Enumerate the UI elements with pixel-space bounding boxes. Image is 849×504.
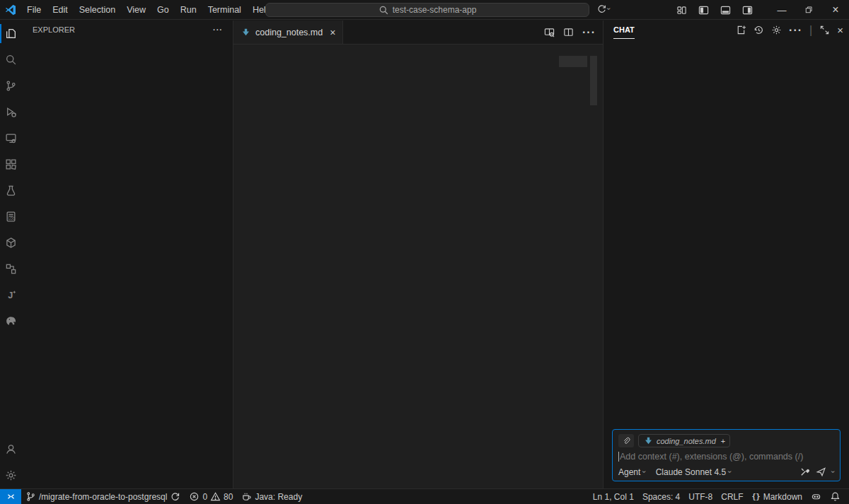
editor-actions: ··· xyxy=(544,20,603,44)
panel-bottom-icon[interactable] xyxy=(720,5,731,16)
chevron-down-icon: › xyxy=(726,471,734,473)
eol-sequence[interactable]: CRLF xyxy=(717,489,747,504)
breadcrumb xyxy=(233,45,603,56)
vscode-logo-icon xyxy=(0,4,21,16)
minimize-button[interactable]: — xyxy=(768,0,795,20)
chat-tab[interactable]: CHAT xyxy=(613,22,635,39)
send-options-chevron-icon[interactable]: › xyxy=(829,471,837,473)
warnings-icon xyxy=(210,491,221,502)
menu-run[interactable]: Run xyxy=(175,3,202,17)
add-context-icon[interactable]: + xyxy=(721,437,725,445)
svg-text:LOG: LOG xyxy=(8,217,15,221)
indentation[interactable]: Spaces: 4 xyxy=(638,489,684,504)
chat-header: CHAT ··· | × xyxy=(603,20,849,40)
command-center-search[interactable]: test-case-schema-app xyxy=(265,3,589,17)
activity-run-debug[interactable] xyxy=(0,99,21,125)
activity-search[interactable] xyxy=(0,47,21,73)
activity-bar: LOGJ xyxy=(0,20,21,488)
window-controls: — × xyxy=(676,0,849,20)
remote-indicator[interactable] xyxy=(0,489,21,504)
chat-text-input[interactable]: Add context (#), extensions (@), command… xyxy=(618,452,834,462)
cursor-position[interactable]: Ln 1, Col 1 xyxy=(589,489,638,504)
problems-status[interactable]: 0 80 xyxy=(185,489,237,504)
menu-selection[interactable]: Selection xyxy=(74,3,121,17)
activity-extensions[interactable] xyxy=(0,151,21,177)
chat-settings-gear-icon[interactable] xyxy=(771,25,782,35)
tools-icon[interactable] xyxy=(799,467,810,477)
encoding[interactable]: UTF-8 xyxy=(684,489,717,504)
menu-terminal[interactable]: Terminal xyxy=(202,3,247,17)
notifications[interactable] xyxy=(826,489,845,504)
activity-explorer[interactable] xyxy=(0,20,21,47)
chat-actions: ··· | × xyxy=(736,24,843,37)
menu-go[interactable]: Go xyxy=(151,3,175,17)
panel-left-icon[interactable] xyxy=(698,5,709,16)
copilot-status[interactable] xyxy=(807,489,826,504)
status-bar-right: Ln 1, Col 1 Spaces: 4 UTF-8 CRLF {} Mark… xyxy=(589,489,849,504)
braces-icon: {} xyxy=(752,493,761,500)
chevron-down-icon: › xyxy=(641,471,649,473)
coffee-icon xyxy=(241,491,252,502)
open-preview-icon[interactable] xyxy=(544,27,555,37)
activity-containers[interactable] xyxy=(0,230,21,256)
search-icon xyxy=(5,54,17,66)
bell-icon xyxy=(830,491,841,502)
chat-panel: CHAT ··· | × coding_notes.md + xyxy=(603,20,849,488)
tab-label: coding_notes.md xyxy=(255,28,323,37)
explorer-header: EXPLORER ··· xyxy=(21,20,233,39)
explorer-more-actions-icon[interactable]: ··· xyxy=(213,25,223,34)
agent-mode-dropdown[interactable]: Agent › xyxy=(618,467,646,477)
search-value: test-case-schema-app xyxy=(393,5,477,15)
context-chip-label: coding_notes.md xyxy=(657,437,716,445)
editor-scrollbar[interactable] xyxy=(587,56,603,488)
tab-close-icon[interactable]: × xyxy=(330,27,335,38)
menu-file[interactable]: File xyxy=(21,3,47,17)
close-window-button[interactable]: × xyxy=(822,0,849,20)
resources-icon xyxy=(5,263,17,275)
split-editor-icon[interactable] xyxy=(563,27,574,37)
remote-explorer-icon xyxy=(5,132,17,144)
activity-source-control[interactable] xyxy=(0,73,21,99)
java-copilot-icon: J xyxy=(5,289,17,301)
activity-java-copilot[interactable]: J xyxy=(0,282,21,308)
model-picker-dropdown[interactable]: Claude Sonnet 4.5 › xyxy=(656,467,732,477)
git-branch-status[interactable]: /migrate-from-oracle-to-postgresql xyxy=(21,489,185,504)
activity-testing[interactable] xyxy=(0,177,21,204)
activity-postgresql[interactable] xyxy=(0,308,21,334)
chat-input-box[interactable]: coding_notes.md + Add context (#), exten… xyxy=(612,429,841,481)
run-debug-icon xyxy=(5,106,17,118)
layout-grid-icon[interactable] xyxy=(676,5,687,16)
new-chat-icon[interactable] xyxy=(736,25,746,35)
activity-output-log[interactable]: LOG xyxy=(0,204,21,230)
minimap-slider[interactable] xyxy=(559,56,587,67)
errors-icon xyxy=(189,491,200,502)
restore-button[interactable] xyxy=(795,0,822,20)
activity-accounts[interactable] xyxy=(0,436,21,462)
copilot-icon xyxy=(811,491,821,502)
session-sync-button[interactable]: › xyxy=(596,4,610,14)
panel-right-icon[interactable] xyxy=(742,5,753,16)
editor-tab-bar: coding_notes.md × ··· xyxy=(233,20,603,45)
activity-remote-explorer[interactable] xyxy=(0,125,21,151)
chat-history-icon[interactable] xyxy=(753,25,764,35)
activity-resources[interactable] xyxy=(0,256,21,282)
activity-settings[interactable] xyxy=(0,462,21,488)
search-icon xyxy=(379,5,389,16)
context-chip[interactable]: coding_notes.md + xyxy=(638,434,730,447)
minimap[interactable] xyxy=(559,56,587,488)
chat-close-icon[interactable]: × xyxy=(837,24,843,36)
menu-view[interactable]: View xyxy=(121,3,151,17)
java-status[interactable]: Java: Ready xyxy=(237,489,306,504)
chat-more-icon[interactable]: ··· xyxy=(789,24,802,37)
editor-more-actions-icon[interactable]: ··· xyxy=(582,26,596,39)
attach-paperclip-icon[interactable] xyxy=(618,434,634,447)
chat-maximize-icon[interactable] xyxy=(819,25,830,35)
language-mode[interactable]: {} Markdown xyxy=(748,489,807,504)
git-branch-icon xyxy=(25,491,36,502)
tab-coding-notes[interactable]: coding_notes.md × xyxy=(233,20,343,44)
editor-code-area[interactable] xyxy=(233,56,603,488)
menu-edit[interactable]: Edit xyxy=(47,3,74,17)
output-log-icon: LOG xyxy=(5,211,17,223)
chat-input-placeholder: Add context (#), extensions (@), command… xyxy=(620,452,803,462)
send-icon[interactable] xyxy=(816,467,826,477)
